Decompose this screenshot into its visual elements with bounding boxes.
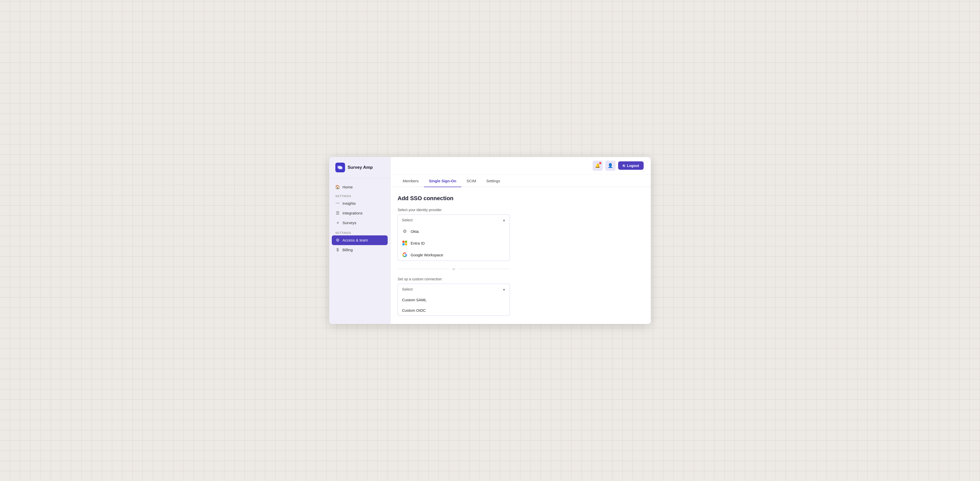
sidebar-navigation: 🏠 Home Settings 〰 Insights ☰ Integration…	[329, 178, 390, 324]
sidebar-logo: Survey Amp	[329, 157, 390, 178]
custom-connection-label: Set up a custom connection	[398, 277, 644, 281]
sidebar-item-access-team[interactable]: ⚙ Access & team	[332, 236, 388, 245]
tab-single-sign-on[interactable]: Single Sign-On	[424, 175, 462, 187]
features-section-label: Settings	[329, 193, 390, 199]
app-window: Survey Amp 🏠 Home Settings 〰 Insights ☰ …	[329, 157, 651, 324]
identity-option-google[interactable]: Google Workspace	[398, 249, 510, 261]
surveys-icon: ⌖	[335, 221, 340, 225]
home-icon: 🏠	[335, 185, 340, 190]
sidebar-item-billing[interactable]: $ Billing	[329, 245, 390, 255]
integrations-icon: ☰	[335, 211, 340, 215]
main-content: 🔔 👤 ⎋ Logout Members Single Sign-On SCIM…	[390, 157, 651, 324]
top-header: 🔔 👤 ⎋ Logout	[390, 157, 651, 175]
microsoft-icon	[402, 240, 407, 246]
tab-scim[interactable]: SCIM	[461, 175, 481, 187]
page-area: Members Single Sign-On SCIM Settings Add…	[390, 175, 651, 324]
page-title: Add SSO connection	[398, 195, 644, 202]
okta-label: Okta	[410, 229, 419, 234]
sidebar-item-surveys-label: Surveys	[342, 221, 356, 225]
sidebar-item-home[interactable]: 🏠 Home	[329, 182, 390, 192]
notification-button[interactable]: 🔔	[593, 161, 603, 171]
sidebar-item-billing-label: Billing	[342, 248, 353, 252]
or-divider: or	[398, 267, 510, 271]
custom-option-saml[interactable]: Custom SAML	[398, 295, 510, 305]
custom-oidc-label: Custom OIDC	[402, 308, 426, 312]
sidebar: Survey Amp 🏠 Home Settings 〰 Insights ☰ …	[329, 157, 390, 324]
logout-icon: ⎋	[623, 163, 625, 168]
sidebar-item-surveys[interactable]: ⌖ Surveys	[329, 218, 390, 228]
sidebar-item-integrations-label: Integrations	[342, 211, 363, 215]
or-line-left	[398, 269, 449, 269]
google-label: Google Workspace	[410, 253, 443, 257]
identity-chevron-up-icon: ▲	[503, 218, 506, 222]
identity-provider-dropdown: Select ▲ ⚙ Okta	[398, 215, 644, 261]
custom-dropdown-value: Select	[402, 287, 413, 291]
custom-chevron-up-icon: ▲	[503, 287, 506, 291]
logout-button[interactable]: ⎋ Logout	[618, 161, 644, 170]
sidebar-item-home-label: Home	[342, 185, 353, 189]
dollar-icon: $	[335, 248, 340, 252]
custom-connection-dropdown: Select ▲ Custom SAML Custom OIDC	[398, 284, 644, 316]
identity-provider-label: Select your identity provider	[398, 208, 644, 212]
identity-provider-trigger[interactable]: Select ▲	[398, 215, 510, 225]
logout-label: Logout	[627, 164, 639, 168]
settings-section-label: Settings	[329, 229, 390, 236]
tab-settings[interactable]: Settings	[481, 175, 505, 187]
tab-bar: Members Single Sign-On SCIM Settings	[390, 175, 651, 187]
content-body: Add SSO connection Select your identity …	[390, 187, 651, 324]
app-title: Survey Amp	[348, 165, 373, 170]
insights-icon: 〰	[335, 201, 340, 206]
identity-option-okta[interactable]: ⚙ Okta	[398, 225, 510, 237]
custom-connection-menu: Custom SAML Custom OIDC	[398, 295, 510, 316]
gear-icon: ⚙	[335, 238, 340, 242]
identity-provider-menu: ⚙ Okta	[398, 225, 510, 261]
sidebar-item-insights-label: Insights	[342, 201, 356, 205]
identity-dropdown-value: Select	[402, 218, 413, 222]
google-icon	[402, 252, 407, 258]
sidebar-item-insights[interactable]: 〰 Insights	[329, 199, 390, 208]
or-line-right	[458, 269, 510, 269]
or-text: or	[452, 267, 455, 271]
entra-label: Entra ID	[410, 241, 425, 245]
app-logo-icon	[335, 162, 345, 172]
custom-connection-trigger[interactable]: Select ▲	[398, 284, 510, 295]
okta-icon: ⚙	[402, 228, 407, 234]
sidebar-item-integrations[interactable]: ☰ Integrations	[329, 208, 390, 218]
custom-saml-label: Custom SAML	[402, 298, 427, 302]
user-profile-button[interactable]: 👤	[605, 161, 616, 171]
sidebar-item-access-team-label: Access & team	[342, 238, 368, 242]
svg-rect-2	[338, 166, 342, 169]
custom-option-oidc[interactable]: Custom OIDC	[398, 305, 510, 315]
identity-option-entra[interactable]: Entra ID	[398, 237, 510, 249]
tab-members[interactable]: Members	[398, 175, 424, 187]
notification-dot	[599, 162, 601, 164]
